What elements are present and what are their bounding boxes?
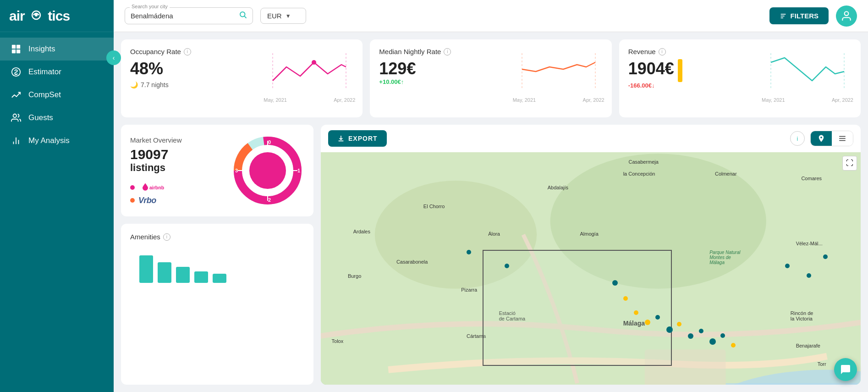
search-button[interactable] xyxy=(239,11,247,21)
revenue-info-icon[interactable]: i xyxy=(659,48,666,55)
sidebar-item-my-analysis[interactable]: My Analysis xyxy=(0,129,114,152)
map-dot-3[interactable] xyxy=(634,310,638,315)
map-dot-14[interactable] xyxy=(467,250,471,254)
svg-point-19 xyxy=(312,60,316,65)
map-terrain xyxy=(321,152,861,385)
filters-label: FILTERS xyxy=(791,12,819,20)
revenue-card: Revenue i 1904€ -166.00€↓ May, xyxy=(619,39,861,117)
svg-rect-2 xyxy=(12,45,16,49)
user-avatar-button[interactable] xyxy=(836,6,857,27)
airbnb-legend-dot xyxy=(130,185,135,190)
map-dot-2[interactable] xyxy=(623,296,628,301)
occupancy-date-range: May, 2021 Apr, 2022 xyxy=(264,97,355,103)
chat-button[interactable] xyxy=(834,358,857,381)
svg-rect-50 xyxy=(645,349,726,385)
sidebar-item-estimator[interactable]: Estimator xyxy=(0,61,114,83)
sidebar-label-estimator: Estimator xyxy=(28,67,61,77)
sidebar-collapse-button[interactable]: ‹ xyxy=(106,50,121,65)
map-dot-10[interactable] xyxy=(709,338,716,345)
map-dot-4[interactable] xyxy=(645,320,650,325)
occupancy-rate-card: Occupancy Rate i 48% 🌙 7.7 nights .dashe… xyxy=(121,39,363,117)
sidebar-item-insights[interactable]: Insights xyxy=(0,38,114,61)
sidebar-label-my-analysis: My Analysis xyxy=(28,136,70,145)
svg-point-48 xyxy=(375,181,537,289)
sidebar-item-guests[interactable]: Guests xyxy=(0,106,114,129)
map-dot-16[interactable] xyxy=(807,273,811,278)
vrbo-legend-item: Vrbo xyxy=(130,196,231,205)
svg-rect-4 xyxy=(12,50,16,53)
search-icon xyxy=(239,11,247,19)
svg-text:3: 3 xyxy=(235,168,238,173)
airbnb-logo-icon: airbnb xyxy=(138,183,166,192)
map-card: EXPORT i xyxy=(321,125,861,385)
nights-value: 7.7 nights xyxy=(141,81,169,88)
revenue-date-range: May, 2021 Apr, 2022 xyxy=(762,97,853,103)
svg-rect-41 xyxy=(213,274,226,283)
svg-line-12 xyxy=(244,16,246,18)
user-icon xyxy=(841,10,852,22)
market-count: 19097 xyxy=(130,147,231,162)
vrbo-logo-text: Vrbo xyxy=(138,196,156,205)
map-pin-view-button[interactable] xyxy=(811,131,832,146)
map-dot-17[interactable] xyxy=(823,254,828,259)
market-listings-label: listings xyxy=(130,162,231,174)
export-button[interactable]: EXPORT xyxy=(328,130,387,147)
svg-point-16 xyxy=(845,11,849,16)
list-icon xyxy=(838,134,846,143)
map-list-view-button[interactable] xyxy=(832,131,853,146)
amenities-info-icon[interactable]: i xyxy=(163,233,170,241)
stats-row: Occupancy Rate i 48% 🌙 7.7 nights .dashe… xyxy=(121,39,861,117)
vrbo-legend-dot xyxy=(130,198,135,203)
users-icon xyxy=(11,113,21,123)
market-overview-card: Market Overview 19097 listings airbnb xyxy=(121,125,313,216)
svg-point-28 xyxy=(249,152,286,189)
svg-rect-40 xyxy=(194,271,208,283)
market-title: Market Overview xyxy=(130,136,231,144)
map-dot-1[interactable] xyxy=(612,280,618,286)
svg-rect-47 xyxy=(726,383,861,385)
map-dot-12[interactable] xyxy=(731,343,736,348)
map-dot-9[interactable] xyxy=(699,329,703,333)
occupancy-chart: .dashed{stroke-dasharray:4,4;} May, 2021… xyxy=(264,49,355,94)
export-label: EXPORT xyxy=(348,135,378,142)
revenue-value: 1904€ xyxy=(628,59,674,78)
bottom-row: Market Overview 19097 listings airbnb xyxy=(121,125,861,385)
sidebar-label-compset: CompSet xyxy=(28,90,61,99)
main-content: Search your city EUR ▼ FILTERS xyxy=(114,0,868,392)
moon-icon: 🌙 xyxy=(130,81,138,88)
map-container[interactable]: Abdalajís la Concepción Colmenar Casaber… xyxy=(321,152,861,385)
filters-button[interactable]: FILTERS xyxy=(769,7,829,24)
occupancy-info-icon[interactable]: i xyxy=(184,48,191,55)
sidebar: air tics ‹ Insights xyxy=(0,0,114,392)
sidebar-navigation: Insights Estimator CompSet xyxy=(0,32,114,392)
market-info: Market Overview 19097 listings airbnb xyxy=(130,136,231,205)
map-background: Abdalajís la Concepción Colmenar Casaber… xyxy=(321,152,861,385)
map-fullscreen-button[interactable]: ⛶ xyxy=(842,156,857,171)
sidebar-label-insights: Insights xyxy=(28,44,55,54)
search-box[interactable]: Search your city xyxy=(125,7,253,24)
svg-rect-39 xyxy=(176,267,190,283)
chat-icon xyxy=(840,364,851,375)
currency-arrow-icon: ▼ xyxy=(286,13,291,19)
svg-point-7 xyxy=(13,114,16,117)
svg-text:2: 2 xyxy=(268,197,271,203)
header: Search your city EUR ▼ FILTERS xyxy=(114,0,868,32)
map-info-button[interactable]: i xyxy=(790,131,805,146)
svg-text:airbnb: airbnb xyxy=(149,184,164,190)
trending-icon xyxy=(11,90,21,100)
pin-icon xyxy=(817,134,825,143)
median-info-icon[interactable]: i xyxy=(444,48,451,55)
svg-rect-3 xyxy=(16,45,20,49)
logo-text: air tics xyxy=(9,8,70,24)
svg-text:0: 0 xyxy=(268,139,271,145)
map-toolbar: EXPORT i xyxy=(321,125,861,152)
svg-point-11 xyxy=(240,12,245,17)
map-dot-13[interactable] xyxy=(505,264,509,268)
sidebar-item-compset[interactable]: CompSet xyxy=(0,83,114,106)
content-area: Occupancy Rate i 48% 🌙 7.7 nights .dashe… xyxy=(114,32,868,392)
amenities-card: Amenities i xyxy=(121,224,313,385)
search-input[interactable] xyxy=(131,12,239,20)
map-view-buttons xyxy=(810,131,853,146)
currency-selector[interactable]: EUR ▼ xyxy=(260,8,306,24)
airbnb-legend-item: airbnb xyxy=(130,183,231,192)
